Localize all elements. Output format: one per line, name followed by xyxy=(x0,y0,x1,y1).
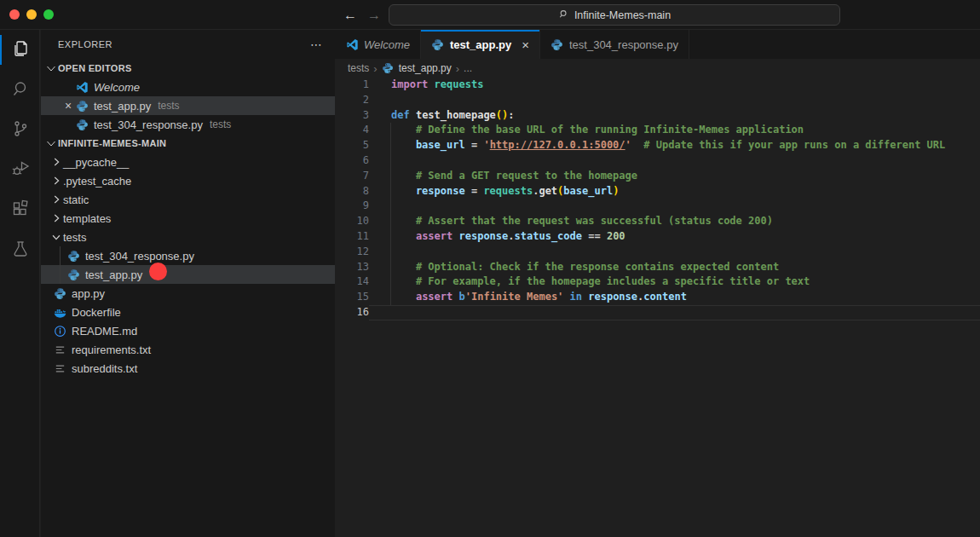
code-token: ' xyxy=(625,139,631,151)
python-icon xyxy=(66,268,80,281)
zoom-window-button[interactable] xyxy=(43,9,54,20)
more-actions-button[interactable]: ⋯ xyxy=(310,38,323,51)
breadcrumb-item[interactable]: ... xyxy=(464,62,472,74)
code-token: def xyxy=(391,109,410,121)
close-editor-icon[interactable]: × xyxy=(61,99,75,113)
code-line[interactable]: 8 response = requests.get(base_url) xyxy=(335,184,980,199)
line-number: 9 xyxy=(335,199,369,214)
code-token: requests xyxy=(483,185,533,197)
activity-run-debug-button[interactable] xyxy=(0,150,40,190)
code-token xyxy=(453,230,458,242)
code-line[interactable]: 1import requests xyxy=(335,78,980,93)
activity-testing-button[interactable] xyxy=(0,230,40,270)
minimize-window-button[interactable] xyxy=(26,9,37,20)
code-token: ' xyxy=(483,139,489,151)
code-line-content xyxy=(369,305,980,320)
code-line[interactable]: 9 xyxy=(335,199,980,214)
tab-test-app-py[interactable]: test_app.py× xyxy=(421,30,540,59)
code-line[interactable]: 16 xyxy=(335,305,980,320)
line-number: 8 xyxy=(335,184,369,199)
code-token: # For example, if the homepage includes … xyxy=(391,275,810,287)
open-editor-test-304-response-py[interactable]: test_304_response.pytests xyxy=(41,115,335,134)
code-token: () xyxy=(496,109,508,121)
info-icon xyxy=(53,324,66,338)
code-line-content xyxy=(369,93,980,108)
code-line-content: base_url = 'http://127.0.0.1:5000/' # Up… xyxy=(369,138,980,153)
activity-extensions-button[interactable] xyxy=(0,190,40,230)
section-label: OPEN EDITORS xyxy=(58,63,132,73)
code-line-content: # Optional: Check if the response contai… xyxy=(369,260,980,275)
code-token xyxy=(428,78,434,90)
code-line-content: response = requests.get(base_url) xyxy=(369,184,980,199)
tree-item-static[interactable]: static xyxy=(41,190,335,209)
nav-forward-icon[interactable]: → xyxy=(365,6,383,25)
code-line[interactable]: 7 # Send a GET request to the homepage xyxy=(335,169,980,184)
code-line[interactable]: 13 # Optional: Check if the response con… xyxy=(335,260,980,275)
chev-down-icon xyxy=(49,230,63,244)
breadcrumb-item[interactable]: tests xyxy=(348,62,369,74)
code-editor[interactable]: 1import requests23def test_homepage():4 … xyxy=(335,78,980,537)
code-line[interactable]: 11 assert response.status_code == 200 xyxy=(335,229,980,245)
open-editor-test-app-py[interactable]: ×test_app.pytests xyxy=(41,96,335,115)
search-icon xyxy=(10,78,31,102)
tree-item-dockerfile[interactable]: Dockerfile xyxy=(41,303,335,321)
tree-item-templates[interactable]: templates xyxy=(41,209,335,228)
code-token: base_url xyxy=(563,185,613,197)
tree-item--pycache-[interactable]: __pycache__ xyxy=(41,153,335,171)
code-line[interactable]: 4 # Define the base URL of the running I… xyxy=(335,123,980,138)
activity-explorer-button[interactable] xyxy=(0,30,40,70)
nav-back-icon[interactable]: ← xyxy=(341,6,360,25)
code-token: assert xyxy=(416,230,453,242)
code-line[interactable]: 15 assert b'Infinite Memes' in response.… xyxy=(335,290,980,305)
breadcrumb-item[interactable]: test_app.py xyxy=(399,62,452,74)
code-line[interactable]: 10 # Assert that the request was success… xyxy=(335,214,980,229)
open-editor-welcome[interactable]: Welcome xyxy=(41,78,335,96)
vscode-icon xyxy=(345,38,359,51)
file-label: tests xyxy=(63,231,86,244)
breadcrumb[interactable]: tests›test_app.py›... xyxy=(335,59,980,78)
line-number: 13 xyxy=(335,260,369,275)
tab-test-304-response-py[interactable]: test_304_response.py xyxy=(540,30,689,59)
section-open-editors[interactable]: OPEN EDITORS xyxy=(41,59,335,78)
window-controls[interactable] xyxy=(9,9,54,20)
code-line-content: # Define the base URL of the running Inf… xyxy=(369,123,980,138)
activity-search-button[interactable] xyxy=(0,70,40,110)
code-line[interactable]: 2 xyxy=(335,93,980,108)
code-line[interactable]: 14 # For example, if the homepage includ… xyxy=(335,274,980,290)
code-line[interactable]: 5 base_url = 'http://127.0.0.1:5000/' # … xyxy=(335,138,980,153)
code-token: b xyxy=(459,291,465,303)
extensions-icon xyxy=(10,199,31,222)
close-tab-icon[interactable]: × xyxy=(522,38,529,52)
text-icon xyxy=(53,361,66,375)
file-label: subreddits.txt xyxy=(72,362,137,375)
chev-down-icon xyxy=(44,61,58,75)
tree-item--pytest-cache[interactable]: .pytest_cache xyxy=(41,171,335,190)
command-center-search[interactable]: Infinite-Memes-main xyxy=(389,4,840,26)
tree-item-test-304-response-py[interactable]: test_304_response.py xyxy=(41,246,335,265)
code-line[interactable]: 12 xyxy=(335,245,980,260)
section-workspace-root[interactable]: INFINITE-MEMES-MAIN xyxy=(41,134,335,153)
python-icon xyxy=(431,38,445,51)
tree-item-requirements-txt[interactable]: requirements.txt xyxy=(41,340,335,359)
line-number: 11 xyxy=(335,229,369,245)
tree-item-app-py[interactable]: app.py xyxy=(41,284,335,303)
code-line-content: def test_homepage(): xyxy=(369,108,980,124)
python-icon xyxy=(551,38,564,51)
tree-item-subreddits-txt[interactable]: subreddits.txt xyxy=(41,359,335,378)
title-bar: ← → Infinite-Memes-main xyxy=(0,0,980,30)
tree-item-test-app-py[interactable]: test_app.py xyxy=(41,265,335,284)
code-line[interactable]: 3def test_homepage(): xyxy=(335,108,980,124)
code-token: in xyxy=(570,291,582,303)
tree-item-readme-md[interactable]: README.md xyxy=(41,321,335,340)
code-token xyxy=(391,291,416,303)
tab-welcome[interactable]: Welcome xyxy=(335,30,421,59)
code-line[interactable]: 6 xyxy=(335,153,980,169)
tree-item-tests[interactable]: tests xyxy=(41,228,335,246)
code-token: status_code xyxy=(515,230,582,242)
close-window-button[interactable] xyxy=(9,9,20,20)
code-token: # Update this if your app runs on a diff… xyxy=(631,139,945,151)
code-token: content xyxy=(643,291,687,303)
activity-source-control-button[interactable] xyxy=(0,110,40,150)
line-number: 15 xyxy=(335,290,369,305)
editor-detail: tests xyxy=(210,118,231,130)
